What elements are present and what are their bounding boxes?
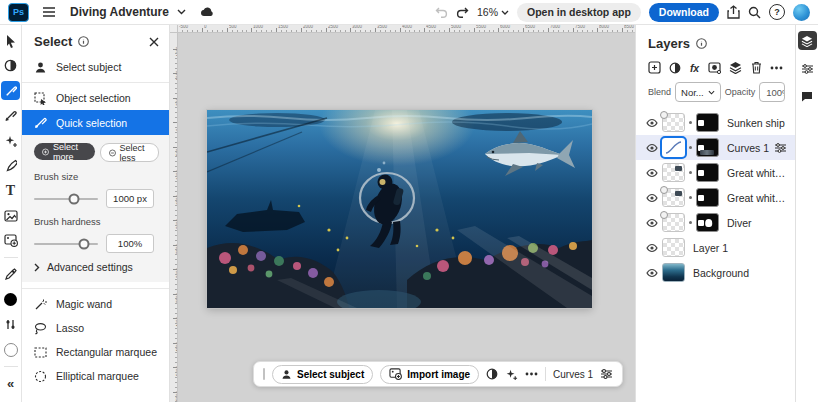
brush-hardness-input[interactable]: 100% [106,234,154,253]
eye-icon[interactable] [646,193,658,203]
layer-thumbnail[interactable] [662,138,685,157]
eye-icon[interactable] [646,243,658,253]
eye-icon[interactable] [646,143,658,153]
layer-row-background[interactable]: Background [636,260,795,285]
open-in-desktop-button[interactable]: Open in desktop app [517,3,641,22]
image-tool-icon[interactable] [1,203,21,228]
share-icon[interactable] [727,5,740,19]
brush-size-slider[interactable] [34,198,98,200]
trash-icon[interactable] [751,61,762,74]
layer-thumbnail[interactable] [662,213,685,232]
layer-mask-thumbnail[interactable] [696,163,719,182]
brush-hardness-slider[interactable] [34,243,98,245]
layer-mask-thumbnail[interactable] [696,138,719,157]
opacity-control[interactable]: 100% [759,82,785,102]
rectangular-marquee-item[interactable]: Rectangular marquee [22,340,169,364]
layer-row-curves-1[interactable]: Curves 1 [636,135,795,160]
opacity-input[interactable]: 100% [760,87,785,98]
zoom-level-control[interactable]: 16% [477,6,509,18]
stack-icon[interactable] [729,61,742,74]
layer-row-great-white-shark[interactable]: Great white shark [636,185,795,210]
magic-wand-item[interactable]: Magic wand [22,292,169,316]
object-selection-item[interactable]: Object selection [22,86,169,110]
redo-icon[interactable] [456,7,469,18]
background-color-chip[interactable] [1,337,21,362]
swap-colors-icon[interactable] [1,312,21,337]
info-icon[interactable] [696,38,707,49]
import-image-tool-icon[interactable] [1,228,21,253]
help-icon[interactable]: ? [769,4,785,20]
brush-size-slider-thumb[interactable] [68,193,79,204]
chevron-down-icon [708,90,715,95]
properties-tab-icon[interactable] [798,59,817,78]
import-image-button[interactable]: Import image [380,365,479,384]
undo-icon[interactable] [435,7,448,18]
adjustment-tool-icon[interactable] [1,53,21,78]
adjustment-icon[interactable] [669,62,681,74]
info-icon[interactable] [78,36,89,47]
move-tool-icon[interactable] [1,28,21,53]
layer-thumbnail[interactable] [662,113,685,132]
photoshop-logo[interactable]: Ps [8,3,29,22]
panel-divider [22,82,169,83]
mask-icon[interactable] [708,62,721,74]
layers-panel-title: Layers [648,36,690,51]
select-less-button[interactable]: Select less [100,143,159,162]
taskbar-drag-handle[interactable] [263,368,265,380]
eyedropper-tool-icon[interactable] [1,262,21,287]
hamburger-icon[interactable] [42,6,56,18]
layer-settings-icon[interactable] [774,142,787,154]
document-title[interactable]: Diving Adventure [70,5,169,19]
healing-brush-tool-icon[interactable] [1,103,21,128]
avatar[interactable] [793,4,810,21]
elliptical-marquee-item[interactable]: Elliptical marquee [22,364,169,388]
adjustment-icon[interactable] [486,368,498,380]
quick-selection-item[interactable]: Quick selection [22,110,169,135]
brush-size-input[interactable]: 1000 px [106,189,154,208]
blend-mode-select[interactable]: Nor... [675,82,721,102]
right-panel-strip [795,25,818,402]
eye-icon[interactable] [646,168,658,178]
brush-tool-icon[interactable] [1,153,21,178]
advanced-settings-toggle[interactable]: Advanced settings [34,261,159,273]
chevron-down-icon[interactable] [177,9,186,15]
layer-thumbnail[interactable] [662,188,685,207]
layer-thumbnail[interactable] [662,263,685,282]
comment-tab-icon[interactable] [798,87,817,106]
layer-thumbnail[interactable] [662,238,685,257]
more-icon[interactable] [525,372,538,376]
type-tool-icon[interactable]: T [1,178,21,203]
layer-properties-icon[interactable] [600,368,613,380]
search-icon[interactable] [748,6,761,19]
layer-thumbnail[interactable] [662,163,685,182]
layer-mask-thumbnail[interactable] [696,213,719,232]
quick-selection-tool-icon[interactable] [1,81,20,100]
eye-icon[interactable] [646,118,658,128]
download-button[interactable]: Download [649,3,719,22]
select-subject-button[interactable]: Select subject [272,365,373,384]
layer-row-sunken-ship[interactable]: Sunken ship [636,110,795,135]
more-icon[interactable] [770,66,783,70]
brush-hardness-slider-thumb[interactable] [78,238,89,249]
layer-mask-thumbnail[interactable] [696,188,719,207]
layer-row-layer-1[interactable]: Layer 1 [636,235,795,260]
layers-tab-icon[interactable] [798,31,817,50]
artboard-image[interactable] [207,110,592,308]
foreground-color-chip[interactable] [1,287,21,312]
canvas-area[interactable]: -500050010001500200025003000350040004500… [170,25,635,402]
layer-row-great-white-shark-copy[interactable]: Great white shark co... [636,160,795,185]
select-subject-item[interactable]: Select subject [22,55,169,79]
fx-icon[interactable]: fx [690,62,699,74]
lasso-item[interactable]: Lasso [22,316,169,340]
add-layer-icon[interactable] [648,61,661,74]
select-more-button[interactable]: Select more [34,143,95,160]
eye-icon[interactable] [646,268,658,278]
generative-tool-icon[interactable] [1,128,21,153]
collapse-panel-icon[interactable]: « [1,371,21,396]
cloud-icon[interactable] [200,7,215,17]
close-icon[interactable] [149,37,159,47]
layer-row-diver[interactable]: Diver [636,210,795,235]
layer-mask-thumbnail[interactable] [696,113,719,132]
generative-icon[interactable] [505,368,518,381]
eye-icon[interactable] [646,218,658,228]
